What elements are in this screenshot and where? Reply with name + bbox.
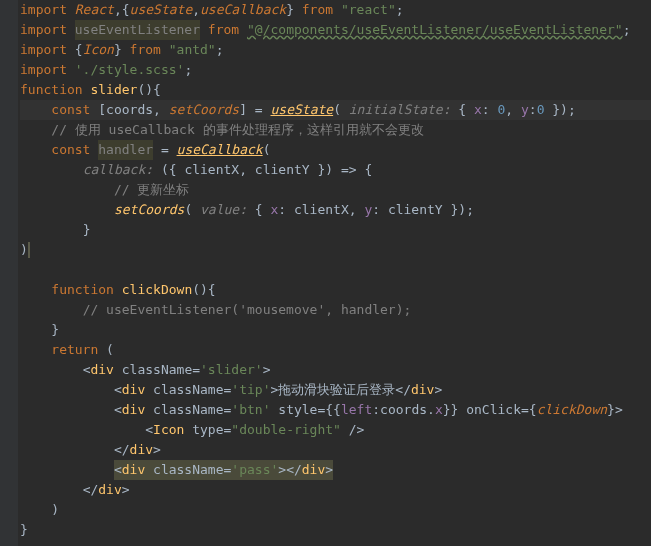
code-line[interactable] — [20, 260, 651, 280]
code-line[interactable]: ) — [20, 240, 651, 260]
gutter-line — [0, 20, 18, 40]
token: Icon — [153, 420, 192, 440]
code-line[interactable]: <div className='btn' style={{left:coords… — [20, 400, 651, 420]
code-line[interactable]: function slider(){ — [20, 80, 651, 100]
token: y — [521, 100, 529, 120]
code-line[interactable]: <div className='slider'> — [20, 360, 651, 380]
gutter-line — [0, 340, 18, 360]
gutter-line — [0, 320, 18, 340]
code-line[interactable]: import React,{useState,useCallback} from… — [20, 0, 651, 20]
code-area[interactable]: import React,{useState,useCallback} from… — [18, 0, 651, 546]
gutter-line — [0, 360, 18, 380]
code-line[interactable]: </div> — [20, 480, 651, 500]
token: } — [20, 520, 28, 540]
token: = — [224, 400, 232, 420]
token: function — [51, 280, 121, 300]
code-line[interactable]: // 更新坐标 — [20, 180, 651, 200]
gutter-line — [0, 40, 18, 60]
token: setCoords — [169, 100, 239, 120]
token: clickDown — [537, 400, 607, 420]
token: coords — [106, 100, 153, 120]
token: className — [153, 400, 223, 420]
gutter-line — [0, 160, 18, 180]
token: = — [224, 380, 232, 400]
token: type — [192, 420, 223, 440]
token: < — [114, 400, 122, 420]
token: className — [153, 460, 223, 480]
code-line[interactable]: callback: ({ clientX, clientY }) => { — [20, 160, 651, 180]
token: 0 — [498, 100, 506, 120]
token: from — [208, 20, 247, 40]
token: ={ — [521, 400, 537, 420]
code-line[interactable]: import './style.scss'; — [20, 60, 651, 80]
token: from — [130, 40, 169, 60]
gutter-line — [0, 140, 18, 160]
token: callback: — [83, 160, 153, 180]
token: , — [153, 100, 169, 120]
code-line[interactable]: return ( — [20, 340, 651, 360]
code-line[interactable]: import useEventListener from "@/componen… — [20, 20, 651, 40]
token: } — [114, 40, 130, 60]
token: ( — [106, 340, 114, 360]
code-line[interactable]: </div> — [20, 440, 651, 460]
code-line[interactable]: <Icon type="double-right" /> — [20, 420, 651, 440]
gutter-line — [0, 200, 18, 220]
token: < — [114, 460, 122, 480]
token: < — [83, 360, 91, 380]
code-line[interactable]: } — [20, 520, 651, 540]
token: const — [51, 140, 98, 160]
token: import — [20, 0, 75, 20]
code-line[interactable] — [20, 540, 651, 546]
gutter-line — [0, 120, 18, 140]
gutter-line — [0, 480, 18, 500]
token: useCallback — [200, 0, 286, 20]
token: div — [98, 480, 121, 500]
token: ({ clientX, clientY }) => { — [153, 160, 372, 180]
token: < — [114, 380, 122, 400]
code-editor[interactable]: import React,{useState,useCallback} from… — [0, 0, 651, 546]
token: = — [192, 360, 200, 380]
code-line[interactable]: } — [20, 320, 651, 340]
token: ; — [396, 0, 404, 20]
token: ( — [184, 200, 200, 220]
gutter-line — [0, 520, 18, 540]
code-line[interactable]: const [coords, setCoords] = useState( in… — [20, 100, 651, 120]
token: x — [270, 200, 278, 220]
token: (){ — [137, 80, 160, 100]
code-line[interactable]: // useEventListener('mousemove', handler… — [20, 300, 651, 320]
token: useCallback — [177, 140, 263, 160]
code-line[interactable]: } — [20, 220, 651, 240]
token: import — [20, 20, 75, 40]
token: : — [482, 100, 498, 120]
token: ) — [51, 500, 59, 520]
code-line[interactable]: function clickDown(){ — [20, 280, 651, 300]
code-line[interactable]: ) — [20, 500, 651, 520]
token: > — [325, 460, 333, 480]
token: './style.scss' — [75, 60, 185, 80]
code-line[interactable]: setCoords( value: { x: clientX, y: clien… — [20, 200, 651, 220]
token: slider — [90, 80, 137, 100]
code-line[interactable]: // 使用 useCallback 的事件处理程序，这样引用就不会更改 — [20, 120, 651, 140]
token: ( — [333, 100, 349, 120]
gutter-line — [0, 440, 18, 460]
token: }); — [544, 100, 575, 120]
code-line[interactable]: const handler = useCallback( — [20, 140, 651, 160]
token: } — [286, 0, 302, 20]
token: = — [224, 460, 232, 480]
gutter-line — [0, 60, 18, 80]
code-line[interactable]: <div className='pass'></div> — [20, 460, 651, 480]
token — [200, 20, 208, 40]
token: (){ — [192, 280, 215, 300]
token: { — [75, 40, 83, 60]
token: div — [302, 460, 325, 480]
token: x — [474, 100, 482, 120]
code-line[interactable]: import {Icon} from "antd"; — [20, 40, 651, 60]
token: } — [83, 220, 91, 240]
token: 'slider' — [200, 360, 263, 380]
token: ; — [623, 20, 631, 40]
code-line[interactable]: <div className='tip'>拖动滑块验证后登录</div> — [20, 380, 651, 400]
gutter-line — [0, 400, 18, 420]
token: [ — [98, 100, 106, 120]
token: = — [153, 140, 176, 160]
token: value: — [200, 200, 247, 220]
